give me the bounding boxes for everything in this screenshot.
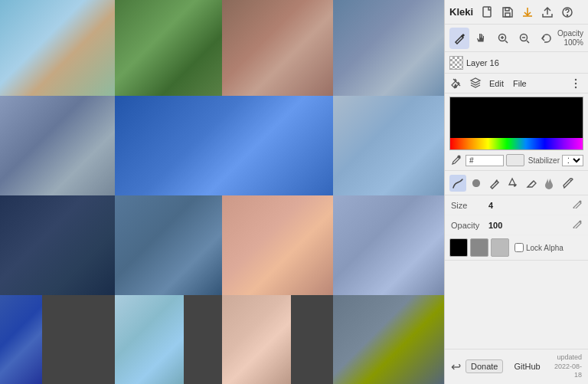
svg-point-111 [374, 237, 379, 241]
size-label: Size [451, 201, 485, 210]
help-button[interactable] [559, 4, 576, 21]
svg-point-46 [44, 137, 48, 142]
svg-point-69 [394, 134, 403, 145]
paint-bucket-button[interactable] [449, 76, 465, 91]
svg-point-60 [232, 132, 243, 143]
svg-point-42 [38, 128, 54, 148]
watercolor-button[interactable] [541, 175, 558, 192]
svg-point-37 [375, 38, 380, 42]
lock-alpha-label: Lock Alpha [526, 244, 564, 252]
zoom-in-button[interactable] [492, 28, 512, 49]
download-button[interactable] [519, 4, 536, 21]
svg-text:✦: ✦ [23, 212, 29, 220]
donate-button[interactable]: Donate [466, 359, 503, 373]
svg-point-9 [54, 45, 61, 50]
svg-point-127 [152, 323, 165, 340]
smooth-brush-button[interactable] [449, 175, 466, 192]
gray2-swatch[interactable] [491, 238, 509, 257]
svg-text:✦: ✦ [46, 202, 51, 208]
layer-row: Layer 16 [445, 52, 588, 74]
undo-icon[interactable]: ↩ [451, 359, 461, 374]
marker-button[interactable] [486, 175, 503, 192]
svg-point-78 [44, 236, 48, 242]
svg-rect-95 [222, 195, 333, 295]
svg-point-75 [60, 227, 78, 248]
pen-button[interactable] [560, 175, 577, 192]
layer-name: Layer 16 [466, 58, 583, 67]
svg-text:✦: ✦ [253, 103, 260, 113]
color-picker[interactable] [449, 97, 583, 150]
svg-point-87 [145, 219, 191, 271]
svg-point-119 [24, 330, 30, 337]
lock-alpha-checkbox[interactable] [514, 243, 524, 252]
svg-point-115 [4, 320, 38, 354]
edit-menu-button[interactable]: Edit [486, 78, 507, 89]
layers-button[interactable] [468, 76, 483, 91]
gray1-swatch[interactable] [470, 238, 488, 257]
eyedropper-icon[interactable] [449, 153, 463, 167]
opacity-edit-icon[interactable] [573, 219, 582, 231]
svg-point-147 [434, 323, 444, 346]
svg-point-118 [11, 330, 18, 337]
bottom-bar: ↩ Donate GitHub updated 2022-08-18 [445, 349, 588, 384]
svg-text:TEAM: TEAM [234, 365, 247, 369]
collage-cell-15: VINE TEAM [222, 295, 291, 384]
svg-point-89 [171, 228, 188, 248]
github-button[interactable]: GitHub [509, 360, 544, 373]
eraser-button[interactable] [523, 175, 540, 192]
svg-point-61 [203, 133, 207, 138]
swatches-row: Lock Alpha [445, 235, 588, 261]
collage-cell-3 [222, 0, 333, 96]
more-options-button[interactable] [568, 76, 583, 91]
svg-point-93 [177, 237, 181, 241]
new-file-button[interactable] [479, 4, 496, 21]
collage-cell-5 [0, 96, 115, 195]
svg-text:🌸: 🌸 [184, 261, 199, 275]
fill-button[interactable] [505, 175, 521, 192]
svg-point-67 [390, 128, 407, 148]
hand-tool-button[interactable] [471, 28, 491, 49]
svg-point-49 [73, 149, 77, 157]
brush-tool-button[interactable] [449, 28, 469, 49]
svg-rect-157 [505, 13, 510, 17]
file-menu-button[interactable]: File [510, 78, 530, 89]
size-row: Size 4 [445, 195, 588, 215]
zoom-out-button[interactable] [514, 28, 534, 49]
size-edit-icon[interactable] [573, 199, 582, 211]
svg-rect-12 [115, 0, 222, 96]
svg-point-107 [368, 228, 385, 248]
tools-row: Opacity 100% [445, 25, 588, 52]
svg-point-62 [234, 133, 238, 138]
white-color-swatch[interactable] [506, 154, 524, 166]
svg-rect-114 [0, 295, 42, 384]
sidebar: Kleki [444, 0, 588, 384]
svg-point-106 [365, 219, 411, 271]
svg-rect-64 [333, 96, 444, 195]
svg-rect-8 [31, 11, 84, 27]
svg-point-45 [64, 134, 74, 145]
svg-point-1 [31, 11, 84, 73]
svg-point-144 [411, 295, 444, 384]
svg-rect-31 [333, 0, 444, 96]
color-area: # Stabilizer 1 2 3 5 10 [445, 94, 588, 171]
svg-rect-132 [222, 295, 291, 384]
svg-text:✦: ✦ [306, 147, 315, 159]
stabilizer-select[interactable]: 1 2 3 5 10 [562, 155, 583, 166]
svg-point-101 [263, 233, 268, 238]
black-swatch[interactable] [449, 238, 468, 257]
svg-point-99 [260, 229, 271, 241]
edit-row: Edit File [445, 74, 588, 94]
svg-point-55 [194, 119, 222, 153]
hex-input[interactable]: # [466, 155, 504, 166]
svg-point-109 [372, 234, 381, 245]
canvas-area[interactable]: ✦ ✦ [0, 0, 444, 384]
share-button[interactable] [539, 4, 556, 21]
svg-point-63 [218, 153, 229, 161]
svg-point-149 [437, 328, 444, 339]
undo-button[interactable] [536, 28, 556, 49]
collage-cell-13 [0, 295, 42, 384]
save-button[interactable] [499, 4, 516, 21]
svg-point-48 [38, 149, 42, 157]
svg-rect-0 [0, 0, 115, 96]
blob-brush-button[interactable] [468, 175, 485, 192]
